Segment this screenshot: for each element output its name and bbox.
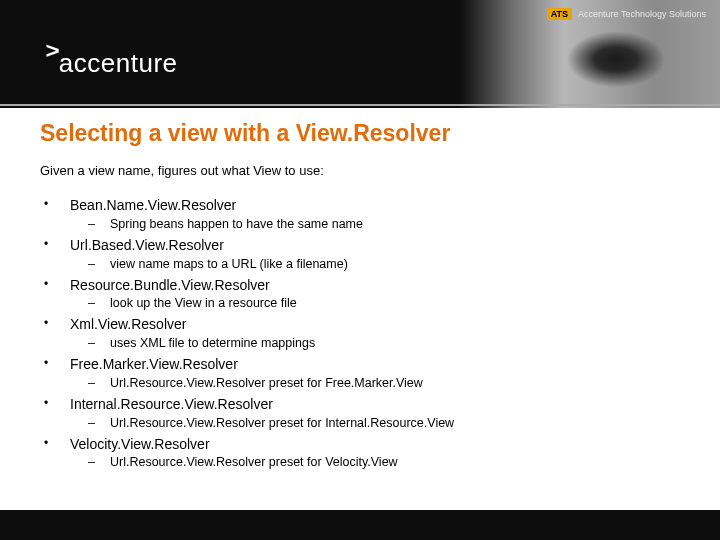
sub-item: uses XML file to determine mappings xyxy=(70,335,680,352)
item-label: Xml.View.Resolver xyxy=(70,316,186,332)
footer-band xyxy=(0,510,720,540)
slide-content: Selecting a view with a View.Resolver Gi… xyxy=(40,120,680,474)
list-item: Internal.Resource.View.Resolver Url.Reso… xyxy=(40,395,680,432)
logo-mark-icon: > xyxy=(45,44,57,57)
item-label: Url.Based.View.Resolver xyxy=(70,237,224,253)
sub-item: Url.Resource.View.Resolver preset for In… xyxy=(70,415,680,432)
brand-logo: > accenture xyxy=(46,48,178,79)
list-item: Velocity.View.Resolver Url.Resource.View… xyxy=(40,435,680,472)
slide-intro: Given a view name, figures out what View… xyxy=(40,163,680,178)
list-item: Bean.Name.View.Resolver Spring beans hap… xyxy=(40,196,680,233)
sub-item: look up the View in a resource file xyxy=(70,295,680,312)
header-band: ATS Accenture Technology Solutions > acc… xyxy=(0,0,720,108)
bullet-list: Bean.Name.View.Resolver Spring beans hap… xyxy=(40,196,680,471)
list-item: Resource.Bundle.View.Resolver look up th… xyxy=(40,276,680,313)
item-label: Free.Marker.View.Resolver xyxy=(70,356,238,372)
item-label: Resource.Bundle.View.Resolver xyxy=(70,277,270,293)
slide: ATS Accenture Technology Solutions > acc… xyxy=(0,0,720,540)
ats-badge: ATS xyxy=(547,8,572,20)
sub-item: view name maps to a URL (like a filename… xyxy=(70,256,680,273)
sub-item: Url.Resource.View.Resolver preset for Fr… xyxy=(70,375,680,392)
slide-title: Selecting a view with a View.Resolver xyxy=(40,120,680,147)
sub-item: Url.Resource.View.Resolver preset for Ve… xyxy=(70,454,680,471)
list-item: Xml.View.Resolver uses XML file to deter… xyxy=(40,315,680,352)
list-item: Url.Based.View.Resolver view name maps t… xyxy=(40,236,680,273)
list-item: Free.Marker.View.Resolver Url.Resource.V… xyxy=(40,355,680,392)
logo-text: accenture xyxy=(59,48,178,79)
ats-label: ATS Accenture Technology Solutions xyxy=(547,8,706,20)
item-label: Bean.Name.View.Resolver xyxy=(70,197,236,213)
sub-item: Spring beans happen to have the same nam… xyxy=(70,216,680,233)
item-label: Internal.Resource.View.Resolver xyxy=(70,396,273,412)
ats-text: Accenture Technology Solutions xyxy=(578,9,706,19)
item-label: Velocity.View.Resolver xyxy=(70,436,210,452)
header-divider xyxy=(0,104,720,106)
